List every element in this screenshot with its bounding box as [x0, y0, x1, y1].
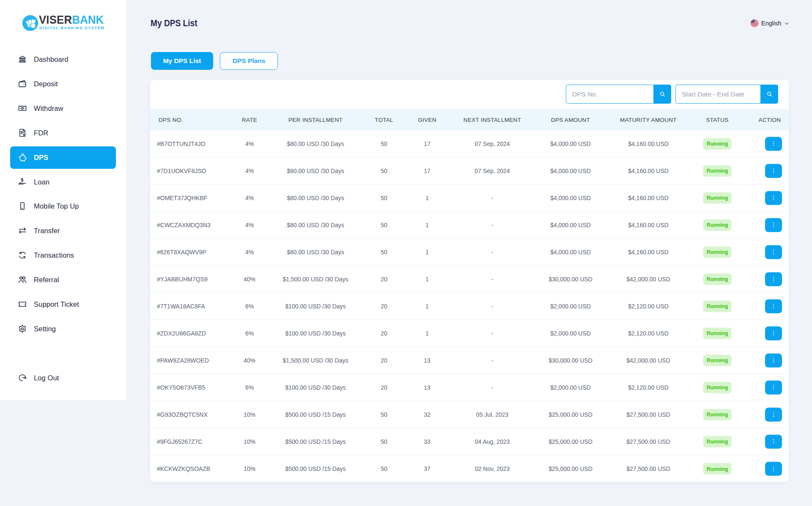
svg-text:$: $	[21, 177, 24, 182]
svg-text:$: $	[23, 133, 25, 137]
